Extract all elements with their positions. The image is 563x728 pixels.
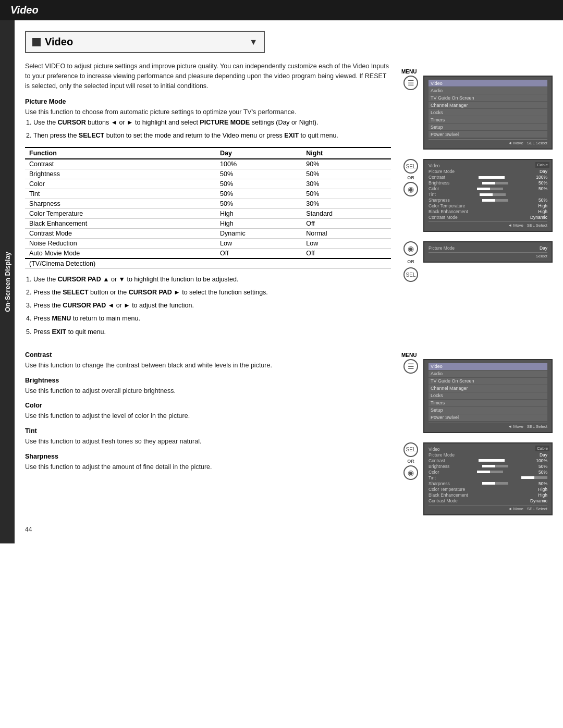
color-heading: Color — [25, 402, 391, 409]
val-brightness-5: 50% — [538, 464, 547, 469]
label-sharpness: Sharpness — [429, 198, 450, 203]
menu-item-audio: Audio — [429, 87, 547, 94]
screen-ctrl-row-4: ☰ Video Audio TV Guide On Screen Channel… — [401, 359, 553, 433]
val-colortemp-5: High — [538, 487, 547, 492]
table-cell: Off — [302, 248, 391, 258]
screen-nav-hint-2: ◄ Move SEL Select — [508, 223, 547, 228]
menu-item-channel-4: Channel Manager — [429, 385, 547, 392]
step-5: Press EXIT to quit menu. — [33, 327, 391, 338]
screen-bottom-5: ◄ Move SEL Select — [429, 505, 547, 511]
val-brightness: 50% — [538, 180, 547, 186]
val-blackenh-5: High — [538, 492, 547, 498]
screen-nav-hint-5: ◄ Move SEL Select — [508, 507, 547, 511]
menu-item-locks-4: Locks — [429, 392, 547, 399]
ctrl-col-1: ☰ — [401, 76, 420, 90]
screens-section: MENU ☰ Video Audio TV Guide On Screen Ch… — [401, 61, 553, 340]
screen-row-color: Color 50% — [429, 186, 547, 191]
screen-row-colortemp: Color Temperature High — [429, 203, 547, 208]
screen-nav-hint-4: ◄ Move SEL Select — [508, 424, 547, 429]
table-header-function: Function — [25, 147, 216, 159]
table-cell: Off — [302, 218, 391, 228]
bottom-text: Contrast Use this function to change the… — [25, 345, 391, 515]
label-colortemp: Color Temperature — [429, 203, 465, 208]
label-blackenh-5: Black Enhancement — [429, 492, 468, 498]
menu-screen-wrapper-1: MENU ☰ Video Audio TV Guide On Screen Ch… — [401, 69, 553, 150]
menu-item-video-4: Video — [429, 363, 547, 370]
table-header-night: Night — [302, 147, 391, 159]
table-cell: Dynamic — [216, 228, 302, 238]
screen-row-video-header-5: Video — [429, 447, 547, 452]
bar-sharpness — [482, 199, 508, 202]
table-cell: 50% — [216, 199, 302, 208]
table-cell — [302, 258, 391, 269]
steps-section: Use the CURSOR PAD ▲ or ▼ to highlight t… — [25, 274, 391, 338]
screen-row-sharpness-5: Sharpness 50% — [429, 481, 547, 486]
label-picmode-5: Picture Mode — [429, 452, 455, 458]
step-2: Press the SELECT button or the CURSOR PA… — [33, 287, 391, 298]
menu-item-setup-4: Setup — [429, 407, 547, 414]
table-cell: Color Temperature — [25, 208, 216, 218]
select-button-icon-3: SEL — [403, 267, 418, 282]
label-colortemp-5: Color Temperature — [429, 487, 465, 492]
val-picmode-select: Day — [540, 245, 547, 251]
table-cell: 100% — [216, 159, 302, 169]
table-cell: High — [216, 208, 302, 218]
menu-item-locks: Locks — [429, 109, 547, 116]
picture-mode-heading: Picture Mode — [25, 98, 391, 105]
label-brightness-5: Brightness — [429, 464, 449, 469]
bar-color-5 — [477, 471, 503, 473]
val-sharpness-5: 50% — [538, 481, 547, 486]
screen-bottom-4: ◄ Move SEL Select — [429, 423, 547, 429]
text-section: Select VIDEO to adjust picture settings … — [25, 61, 391, 340]
screen-ctrl-row-2: SEL OR ◉ Cable Video Picture Mode Day — [401, 159, 553, 232]
screen-nav-hint-3: Select — [536, 254, 547, 258]
color-text: Use this function to adjust the level of… — [25, 411, 391, 421]
screen-mockup-2: Cable Video Picture Mode Day Contrast — [423, 159, 553, 232]
menu-item-channel: Channel Manager — [429, 102, 547, 108]
step-4: Press MENU to return to main menu. — [33, 313, 391, 324]
menu-item-power: Power Swivel — [429, 131, 547, 138]
label-contrastmode-5: Contrast Mode — [429, 498, 458, 503]
val-contrastmode-5: Dynamic — [530, 498, 547, 503]
menu-item-video-1: Video — [429, 80, 547, 87]
val-sharpness: 50% — [538, 198, 547, 203]
screen-bottom-3: Select — [429, 252, 547, 258]
table-cell: High — [216, 218, 302, 228]
screen-mockup-3: Picture Mode Day Select — [423, 241, 553, 263]
bar-color — [477, 188, 503, 190]
screen-ctrl-row-1: ☰ Video Audio TV Guide On Screen Channel… — [401, 76, 553, 150]
video-title-box: Video ▼ — [25, 31, 265, 53]
table-cell: Off — [216, 248, 302, 258]
screen-row-contrast: Contrast 100% — [429, 175, 547, 180]
val-contrastmode: Dynamic — [530, 215, 547, 220]
menu-item-timers-4: Timers — [429, 400, 547, 406]
table-cell: (TV/Cinema Detection) — [25, 258, 216, 269]
label-picmode-select: Picture Mode — [429, 245, 455, 251]
brightness-heading: Brightness — [25, 377, 391, 384]
dropdown-arrow-icon[interactable]: ▼ — [249, 38, 258, 47]
screen-ctrl-row-3: ◉ OR SEL Picture Mode Day Select — [401, 241, 553, 282]
screen-mockup-1: Video Audio TV Guide On Screen Channel M… — [423, 76, 553, 150]
val-picmode-5: Day — [540, 452, 547, 458]
table-cell: 50% — [216, 169, 302, 179]
ctrl-col-2: SEL OR ◉ — [401, 159, 420, 196]
table-cell: Tint — [25, 189, 216, 199]
table-cell: 30% — [302, 199, 391, 208]
menu-item-audio-4: Audio — [429, 371, 547, 377]
label-video: Video — [429, 163, 440, 168]
cursor-button-icon-3: ◉ — [403, 241, 418, 256]
page-title: Video — [10, 4, 39, 16]
tint-text: Use this function to adjust flesh tones … — [25, 437, 391, 447]
cursor-button-icon-5: ◉ — [403, 465, 418, 480]
label-contrast-5: Contrast — [429, 458, 445, 463]
picture-mode-intro: Use this function to choose from automat… — [25, 107, 391, 117]
table-header-day: Day — [216, 147, 302, 159]
menu-item-setup: Setup — [429, 124, 547, 130]
screen-row-contrastmode-5: Contrast Mode Dynamic — [429, 498, 547, 503]
val-colortemp: High — [538, 203, 547, 208]
label-color-5: Color — [429, 470, 439, 475]
contrast-text: Use this function to change the contrast… — [25, 361, 391, 371]
screen-row-contrast-5: Contrast 100% — [429, 458, 547, 463]
val-color: 50% — [538, 186, 547, 191]
screen-row-tint-5: Tint — [429, 475, 547, 480]
